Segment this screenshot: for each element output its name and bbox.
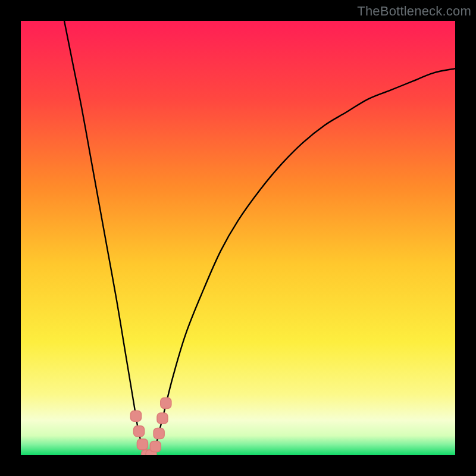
marker-point (137, 439, 148, 450)
marker-point (157, 413, 168, 424)
marker-point (150, 441, 161, 452)
marker-point (154, 428, 164, 439)
gradient-background (21, 21, 455, 455)
plot-svg (21, 21, 455, 455)
marker-point (134, 426, 145, 437)
marker-point (161, 397, 171, 408)
plot-area (21, 21, 455, 455)
outer-frame: TheBottleneck.com (0, 0, 476, 476)
marker-point (130, 411, 141, 421)
watermark-text: TheBottleneck.com (357, 4, 471, 19)
